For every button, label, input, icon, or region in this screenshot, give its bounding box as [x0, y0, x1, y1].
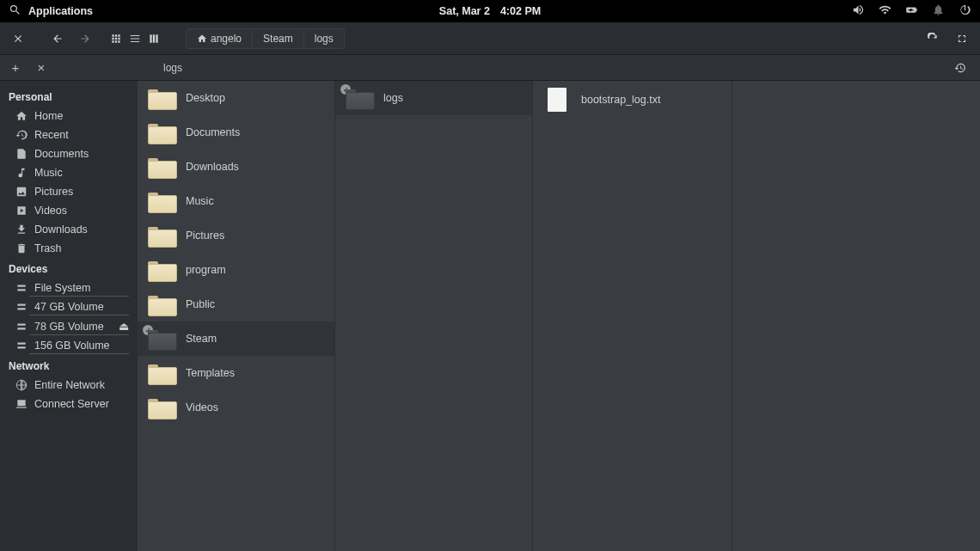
entry-steam[interactable]: Steam: [138, 321, 334, 356]
column-2: logs: [335, 81, 533, 551]
entry-pictures[interactable]: Pictures: [138, 218, 334, 253]
connect-icon: [15, 398, 28, 410]
top-panel: Applications Sat, Mar 2 4:02 PM: [0, 0, 980, 22]
sidebar-item-videos[interactable]: Videos: [0, 201, 138, 220]
battery-icon[interactable]: [905, 3, 918, 19]
fullscreen-button[interactable]: [951, 28, 973, 50]
sidebar-item-label: Documents: [34, 148, 89, 160]
new-tab-button[interactable]: +: [7, 59, 24, 77]
breadcrumb-segment[interactable]: Steam: [253, 28, 304, 49]
history-button[interactable]: [949, 57, 971, 79]
back-button[interactable]: [46, 28, 69, 50]
miller-columns: DesktopDocumentsDownloadsMusicPicturespr…: [138, 81, 980, 551]
icon-view-button[interactable]: [107, 28, 126, 50]
sidebar-item-downloads[interactable]: Downloads: [0, 220, 138, 239]
sidebar-item-file-system[interactable]: File System: [0, 279, 138, 297]
folder-icon: [148, 260, 175, 280]
entry-label: Music: [186, 195, 214, 207]
sidebar-item-78-gb-volume[interactable]: 78 GB Volume⏏: [0, 316, 138, 336]
list-view-button[interactable]: [126, 28, 144, 50]
drive-icon: [15, 321, 28, 333]
downloads-icon: [15, 223, 28, 236]
sidebar-item-label: Pictures: [34, 186, 73, 198]
entry-music[interactable]: Music: [138, 184, 334, 218]
drive-icon: [15, 301, 28, 313]
videos-icon: [15, 205, 28, 217]
entry-label: Steam: [186, 333, 217, 345]
forward-button[interactable]: [74, 28, 96, 50]
entry-label: logs: [383, 92, 403, 104]
drive-icon: [15, 282, 28, 294]
entry-label: Desktop: [186, 92, 225, 104]
notifications-icon[interactable]: [932, 3, 945, 19]
entry-public[interactable]: Public: [138, 287, 334, 321]
sidebar-item-156-gb-volume[interactable]: 156 GB Volume: [0, 336, 138, 355]
tab-bar: + × logs: [0, 55, 980, 81]
column-view-button[interactable]: [144, 28, 163, 50]
sidebar-section-header: Devices: [0, 258, 138, 279]
entry-documents[interactable]: Documents: [138, 115, 334, 150]
close-button[interactable]: [7, 28, 29, 50]
sidebar-item-label: Connect Server: [34, 398, 109, 410]
entry-label: program: [186, 264, 226, 276]
sidebar-item-entire-network[interactable]: Entire Network: [0, 376, 138, 395]
folder-icon: [148, 88, 175, 108]
entry-downloads[interactable]: Downloads: [138, 150, 334, 184]
sidebar-item-music[interactable]: Music: [0, 163, 138, 182]
search-icon[interactable]: [9, 3, 21, 19]
entry-program[interactable]: program: [138, 253, 334, 287]
toolbar: angelo Steam logs: [0, 22, 980, 55]
sidebar-item-recent[interactable]: Recent: [0, 126, 138, 144]
sidebar-item-connect-server[interactable]: Connect Server: [0, 395, 138, 413]
folder-icon: [148, 225, 175, 246]
eject-icon[interactable]: ⏏: [119, 320, 129, 333]
close-tab-button[interactable]: ×: [33, 59, 50, 77]
entry-videos[interactable]: Videos: [138, 390, 334, 425]
breadcrumb-home[interactable]: angelo: [186, 28, 253, 49]
folder-icon: [148, 156, 175, 177]
panel-date: Sat, Mar 2: [439, 5, 490, 17]
folder-icon: [148, 294, 175, 315]
entry-desktop[interactable]: Desktop: [138, 81, 334, 115]
network-icon: [15, 379, 28, 391]
entry-label: Downloads: [186, 161, 239, 173]
sidebar-item-label: 156 GB Volume: [34, 340, 110, 352]
sidebar-item-label: File System: [34, 282, 90, 294]
panel-time: 4:02 PM: [500, 5, 541, 17]
entry-bootstrap-log-txt[interactable]: bootstrap_log.txt: [533, 81, 732, 119]
volume-icon[interactable]: [852, 3, 865, 19]
wifi-icon[interactable]: [879, 3, 891, 19]
music-icon: [15, 167, 28, 179]
sidebar-item-label: Downloads: [34, 223, 88, 236]
entry-label: bootstrap_log.txt: [581, 94, 660, 106]
tab-active[interactable]: logs: [138, 57, 234, 79]
sidebar-item-label: 47 GB Volume: [34, 301, 104, 313]
pictures-icon: [15, 186, 28, 198]
applications-menu[interactable]: Applications: [28, 5, 93, 17]
home-icon: [15, 110, 28, 122]
folder-icon: [346, 88, 373, 108]
folder-icon: [148, 122, 175, 143]
sidebar-item-home[interactable]: Home: [0, 107, 138, 126]
folder-icon: [148, 191, 175, 211]
refresh-button[interactable]: [922, 28, 944, 50]
sidebar-item-label: Trash: [34, 242, 62, 254]
sidebar-item-label: Entire Network: [34, 379, 105, 391]
main-area: PersonalHomeRecentDocumentsMusicPictures…: [0, 81, 980, 551]
folder-icon: [148, 397, 175, 418]
sidebar-item-pictures[interactable]: Pictures: [0, 182, 138, 201]
power-icon[interactable]: [959, 3, 971, 19]
entry-logs[interactable]: logs: [335, 81, 532, 115]
entry-templates[interactable]: Templates: [138, 356, 334, 390]
sidebar-item-trash[interactable]: Trash: [0, 239, 138, 258]
sidebar-item-47-gb-volume[interactable]: 47 GB Volume: [0, 297, 138, 316]
entry-label: Public: [186, 298, 215, 310]
sidebar-item-documents[interactable]: Documents: [0, 144, 138, 163]
breadcrumb-segment[interactable]: logs: [304, 28, 345, 49]
clock[interactable]: Sat, Mar 2 4:02 PM: [439, 5, 541, 17]
column-3: bootstrap_log.txt: [533, 81, 732, 551]
entry-label: Templates: [186, 367, 235, 379]
folder-icon: [148, 363, 175, 383]
sidebar-item-label: Music: [34, 167, 63, 179]
sidebar-section-header: Personal: [0, 86, 138, 107]
